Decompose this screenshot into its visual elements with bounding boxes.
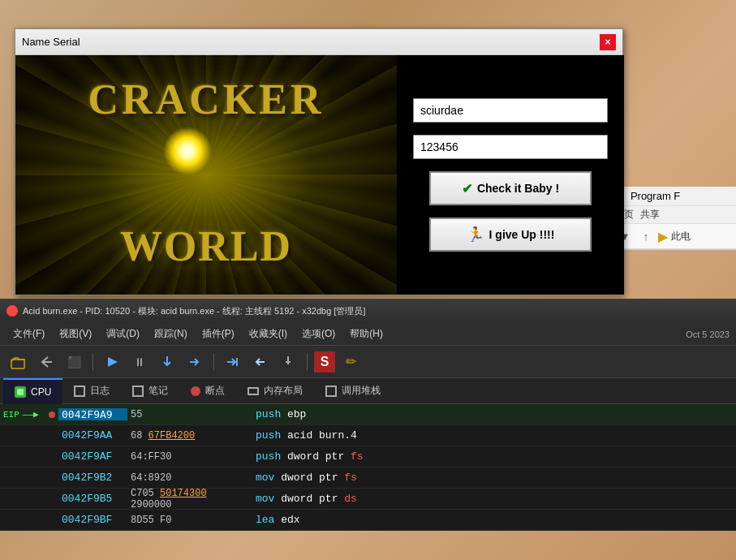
cpu-icon-inner [17, 389, 24, 395]
disasm-bytes-4: C705 50174300 2900000 [127, 488, 249, 510]
disasm-operand-0: ebp [287, 408, 306, 420]
disasm-operand-4: dword ptr ds [281, 493, 357, 505]
toolbar-separator-2 [213, 353, 214, 371]
disasm-addr-1[interactable]: 0042F9AA [58, 429, 127, 442]
menu-bookmarks[interactable]: 收藏夹(I) [243, 325, 294, 343]
eip-label: EIP ——▶ [0, 409, 49, 420]
svg-marker-1 [108, 357, 118, 367]
toolbar-pencil-button[interactable]: ✏ [338, 351, 363, 373]
fe-folder-icon: ▶ [658, 229, 668, 244]
give-up-label: I give Up !!!! [489, 228, 555, 241]
run-icon: 🏃 [467, 226, 484, 243]
check-baby-button[interactable]: ✔ Check it Baby ! [429, 171, 592, 205]
menu-help[interactable]: 帮助(H) [343, 325, 390, 343]
check-baby-label: Check it Baby ! [477, 182, 559, 195]
toolbar-stop-button[interactable] [276, 351, 300, 373]
disasm-addr-3[interactable]: 0042F9B2 [58, 472, 127, 484]
window-title: Name Serial [22, 36, 80, 48]
table-row: 0042F9AA 68 67FB4200 push acid burn.4 [0, 425, 736, 446]
menu-plugins[interactable]: 插件(P) [196, 325, 241, 343]
log-tab-icon [74, 386, 85, 397]
serial-input[interactable] [413, 135, 608, 159]
disasm-addr-5[interactable]: 0042F9BF [58, 514, 127, 526]
debugger-menubar: 文件(F) 视图(V) 调试(D) 跟踪(N) 插件(P) 收藏夹(I) 选项(… [0, 323, 736, 346]
name-input[interactable] [413, 98, 608, 123]
debugger-toolbar: ⬛ ⏸ S ✏ [0, 346, 736, 378]
disasm-bytes-3: 64:8920 [127, 472, 249, 484]
cracker-glow [163, 127, 212, 175]
disasm-instr-4: mov dword ptr ds [249, 493, 736, 505]
cracker-text-bottom: WORLD [15, 222, 397, 270]
tab-memory[interactable]: 内存布局 [236, 378, 314, 404]
eip-text: EIP [3, 410, 19, 420]
disasm-instr-3: mov dword ptr fs [249, 472, 736, 484]
disasm-mnemonic-5: lea [256, 514, 281, 526]
toolbar-back-button[interactable] [34, 351, 58, 373]
menu-view[interactable]: 视图(V) [53, 325, 98, 343]
disasm-mnemonic-0: push [256, 408, 287, 420]
fe-nav-up-button[interactable]: ↑ [637, 227, 655, 245]
toolbar-separator-3 [307, 353, 308, 371]
tab-breakpoints[interactable]: 断点 [179, 378, 236, 404]
disasm-mnemonic-3: mov [256, 472, 281, 484]
disasm-addr-4[interactable]: 0042F9B5 [58, 493, 127, 505]
toolbar-run-button[interactable] [100, 351, 124, 373]
fe-title-partial: Program F [631, 190, 680, 202]
window-close-button[interactable]: × [600, 34, 616, 50]
tab-notes-label: 笔记 [148, 384, 168, 398]
disasm-instr-5: lea edx [249, 514, 736, 526]
disasm-operand-3: dword ptr fs [281, 472, 357, 484]
disasm-instr-2: push dword ptr fs [249, 450, 736, 463]
eip-dot [49, 411, 55, 418]
disasm-mnemonic-2: push [256, 450, 287, 463]
dot-empty-1 [49, 433, 55, 439]
fe-nav: ▼ ↑ ▶ 此电 [611, 224, 736, 249]
tab-memory-label: 内存布局 [264, 384, 303, 398]
debugger-title: Acid burn.exe - PID: 10520 - 模块: acid bu… [23, 305, 365, 317]
disasm-addr-2[interactable]: 0042F9AF [58, 450, 127, 463]
disasm-addr-0[interactable]: 0042F9A9 [58, 408, 127, 420]
name-serial-window: Name Serial × CRACKER WORLD ✔ Check it B… [15, 28, 623, 295]
disasm-bytes-5: 8D55 F0 [127, 515, 249, 526]
dot-empty-4 [49, 496, 55, 502]
tab-callstack-label: 调用堆栈 [342, 384, 381, 398]
notes-tab-icon [132, 386, 144, 397]
debugger-tabbar: CPU 日志 笔记 断点 内存布局 调用堆栈 [0, 378, 736, 404]
give-up-button[interactable]: 🏃 I give Up !!!! [429, 218, 592, 252]
debugger-window: Acid burn.exe - PID: 10520 - 模块: acid bu… [0, 299, 736, 531]
menu-debug[interactable]: 调试(D) [100, 325, 146, 343]
disasm-operand-1: acid burn.4 [287, 429, 357, 442]
debugger-titlebar: Acid burn.exe - PID: 10520 - 模块: acid bu… [0, 299, 736, 323]
eip-arrow: ——▶ [23, 409, 39, 420]
toolbar-restart-button[interactable]: ⬛ [62, 351, 86, 373]
tab-cpu[interactable]: CPU [3, 378, 62, 404]
disasm-operand-2: dword ptr fs [287, 450, 364, 463]
cracker-world-image: CRACKER WORLD [15, 55, 397, 295]
toolbar-s-button[interactable]: S [314, 351, 335, 373]
menu-file[interactable]: 文件(F) [6, 325, 51, 343]
cracker-text-top: CRACKER [15, 75, 397, 123]
disasm-mnemonic-4: mov [256, 493, 281, 505]
menu-options[interactable]: 选项(O) [295, 325, 342, 343]
toolbar-open-button[interactable] [6, 351, 31, 373]
disasm-bytes-2: 64:FF30 [127, 451, 249, 463]
tab-log-label: 日志 [90, 384, 110, 398]
toolbar-pause-button[interactable]: ⏸ [127, 351, 152, 373]
cpu-tab-icon [15, 386, 26, 398]
tab-notes[interactable]: 笔记 [121, 378, 179, 404]
tab-callstack[interactable]: 调用堆栈 [314, 378, 392, 404]
breakpoint-tab-icon [191, 386, 200, 396]
tab-breakpoints-label: 断点 [205, 384, 225, 398]
fe-tab-share[interactable]: 共享 [640, 208, 660, 222]
fe-path-label: 此电 [671, 230, 691, 243]
table-row: 0042F9B5 C705 50174300 2900000 mov dword… [0, 489, 736, 510]
toolbar-step-into-button[interactable] [155, 351, 179, 373]
toolbar-run-to-button[interactable] [221, 351, 245, 373]
toolbar-step-back-button[interactable] [248, 351, 273, 373]
toolbar-step-over-button[interactable] [183, 351, 207, 373]
svg-rect-0 [11, 360, 24, 368]
menu-trace[interactable]: 跟踪(N) [148, 325, 194, 343]
tab-log[interactable]: 日志 [62, 378, 121, 404]
dot-empty-5 [49, 517, 55, 523]
disasm-operand-5: edx [281, 514, 299, 526]
